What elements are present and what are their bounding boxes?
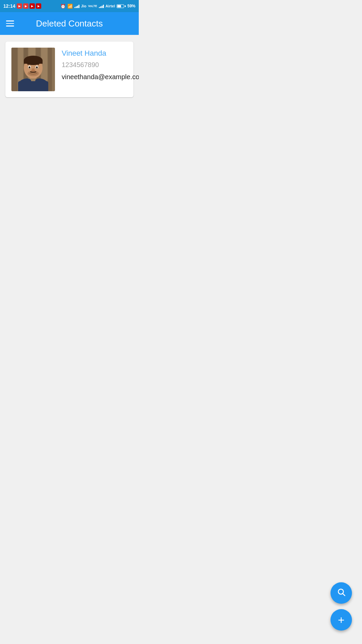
contact-phone: 1234567890	[62, 61, 139, 69]
hamburger-line-1	[6, 20, 14, 21]
alarm-icon: ⏰	[60, 4, 66, 9]
svg-rect-1	[11, 48, 17, 91]
status-time: 12:14	[3, 3, 15, 9]
battery-indicator	[117, 4, 126, 8]
app-icon-3: ▶	[29, 3, 35, 9]
signal-airtel	[99, 4, 104, 8]
app-icon-1: ▶	[17, 3, 22, 9]
status-right: ⏰ 📶 Jio VoLTE Airtel 59%	[60, 4, 135, 9]
svg-rect-7	[48, 48, 52, 91]
wifi-icon: 📶	[67, 4, 73, 9]
volte-icon: VoLTE	[88, 4, 97, 8]
app-icon-4: ▶	[36, 3, 41, 9]
main-content: Vineet Handa 1234567890 vineethanda@exam…	[0, 35, 139, 301]
svg-point-18	[29, 66, 31, 68]
hamburger-line-2	[6, 23, 14, 24]
status-bar: 12:14 ▶ ▶ ▶ ▶ ⏰ 📶 Jio VoLTE Airtel	[0, 0, 139, 12]
carrier2-label: Airtel	[106, 4, 115, 8]
contact-email: vineethanda@example.com	[62, 72, 139, 82]
avatar-image	[11, 48, 55, 91]
carrier1-label: Jio	[81, 4, 86, 8]
menu-button[interactable]	[6, 20, 14, 26]
app-icon-2: ▶	[23, 3, 28, 9]
contact-info: Vineet Handa 1234567890 vineethanda@exam…	[62, 48, 139, 82]
svg-rect-15	[24, 60, 43, 64]
status-left: 12:14 ▶ ▶ ▶ ▶	[3, 3, 41, 9]
page-title: Deleted Contacts	[21, 18, 118, 29]
battery-percent: 59%	[127, 4, 135, 8]
contact-card[interactable]: Vineet Handa 1234567890 vineethanda@exam…	[5, 42, 133, 97]
svg-point-19	[36, 66, 38, 68]
hamburger-line-3	[6, 25, 14, 26]
avatar	[11, 48, 55, 91]
signal-jio	[74, 4, 79, 8]
svg-point-20	[27, 71, 39, 76]
status-app-icons: ▶ ▶ ▶ ▶	[17, 3, 41, 9]
app-bar: Deleted Contacts	[0, 12, 139, 35]
contact-name: Vineet Handa	[62, 49, 139, 58]
